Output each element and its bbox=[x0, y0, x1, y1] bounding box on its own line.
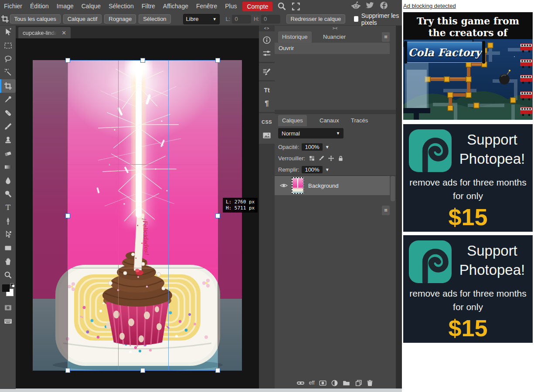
layer-visibility-icon[interactable] bbox=[280, 182, 288, 189]
delete-pixels-checkbox-row[interactable]: Supprimer les pixels bbox=[354, 12, 402, 26]
document-tab[interactable]: cupcake-linda ✕ bbox=[18, 27, 71, 38]
lock-pixels-icon[interactable] bbox=[318, 155, 325, 162]
character-panel-icon[interactable]: Tt bbox=[259, 83, 275, 97]
hand-tool-icon[interactable] bbox=[0, 255, 16, 268]
menu-item-fichier[interactable]: Fichier bbox=[1, 0, 25, 13]
adblock-notice-link[interactable]: Ad blocking detected bbox=[403, 3, 456, 9]
collapse-panel-icon[interactable]: >< bbox=[275, 25, 396, 31]
adjustment-icon[interactable] bbox=[331, 379, 338, 387]
reddit-icon[interactable] bbox=[351, 1, 361, 12]
tab-historique[interactable]: Historique bbox=[278, 31, 312, 43]
lock-all-icon[interactable] bbox=[337, 155, 344, 162]
menu-item-calque[interactable]: Calque bbox=[78, 0, 104, 13]
layer-row-background[interactable]: Background bbox=[275, 176, 390, 195]
folder-icon[interactable] bbox=[343, 379, 350, 387]
menu-item-affichage[interactable]: Affichage bbox=[160, 0, 191, 13]
lock-position-icon[interactable] bbox=[328, 155, 334, 162]
gradient-tool-icon[interactable] bbox=[0, 160, 16, 174]
crop-handle-ne[interactable] bbox=[215, 58, 220, 63]
color-swatches[interactable] bbox=[0, 282, 16, 301]
brush-settings-panel-icon[interactable] bbox=[259, 65, 275, 78]
path-select-tool-icon[interactable] bbox=[0, 228, 16, 241]
tab-canaux[interactable]: Canaux bbox=[316, 115, 343, 126]
menu-item-fenetre[interactable]: Fenêtre bbox=[193, 0, 220, 13]
crop-handle-e[interactable] bbox=[215, 213, 220, 218]
history-entry-ouvrir[interactable]: Ouvrir bbox=[275, 43, 390, 54]
lock-transparency-icon[interactable] bbox=[309, 155, 315, 162]
pen-tool-icon[interactable] bbox=[0, 214, 16, 228]
menu-item-edition[interactable]: Édition bbox=[27, 0, 52, 13]
support-ad-2[interactable]: Support Photopea! remove ads for three m… bbox=[403, 235, 533, 343]
crop-handle-sw[interactable] bbox=[65, 368, 70, 373]
facebook-icon[interactable] bbox=[379, 1, 388, 12]
eyedropper-tool-icon[interactable] bbox=[0, 93, 16, 106]
magic-wand-tool-icon[interactable] bbox=[0, 66, 16, 79]
crop-tool-icon[interactable] bbox=[0, 79, 16, 93]
keyboard-tool-icon[interactable] bbox=[0, 314, 16, 328]
link-icon[interactable] bbox=[297, 379, 304, 387]
tab-close-icon[interactable]: ✕ bbox=[61, 30, 66, 36]
menu-item-plus[interactable]: Plus bbox=[222, 0, 240, 13]
account-button[interactable]: Compte bbox=[242, 2, 272, 11]
delete-icon[interactable] bbox=[366, 379, 374, 387]
crop-handle-nw[interactable] bbox=[65, 58, 70, 63]
history-menu-icon[interactable]: ≡ bbox=[382, 32, 390, 42]
clone-stamp-tool-icon[interactable] bbox=[0, 133, 16, 147]
dodge-tool-icon[interactable] bbox=[0, 187, 16, 201]
move-tool-icon[interactable] bbox=[0, 25, 16, 39]
width-input[interactable]: 0 bbox=[232, 15, 251, 24]
info-panel-icon[interactable] bbox=[259, 33, 275, 47]
eraser-tool-icon[interactable] bbox=[0, 147, 16, 160]
straighten-layer-button[interactable]: Redresser le calque bbox=[286, 14, 346, 24]
collapse-strip-icon[interactable]: <> bbox=[259, 25, 275, 31]
menu-item-filtre[interactable]: Filtre bbox=[139, 0, 158, 13]
game-ad[interactable]: Try this game from the creators of Photo… bbox=[403, 12, 533, 120]
crop-mode-button[interactable]: Rognage bbox=[104, 14, 136, 24]
fill-slider-icon[interactable]: ▼ bbox=[325, 167, 330, 172]
menu-item-selection[interactable]: Sélection bbox=[105, 0, 137, 13]
fill-value[interactable]: 100% bbox=[302, 166, 322, 173]
menu-item-image[interactable]: Image bbox=[54, 0, 77, 13]
tab-calques[interactable]: Calques bbox=[278, 115, 307, 126]
paragraph-panel-icon[interactable]: ¶ bbox=[259, 97, 275, 110]
twitter-icon[interactable] bbox=[365, 1, 374, 12]
crop-ratio-select[interactable]: Libre ▼ bbox=[183, 14, 220, 24]
horizontal-scrollbar[interactable] bbox=[0, 389, 402, 392]
layer-thumbnail[interactable] bbox=[293, 178, 303, 193]
tab-nuancier[interactable]: Nuancier bbox=[319, 31, 350, 43]
search-icon[interactable] bbox=[277, 2, 286, 11]
delete-pixels-checkbox[interactable] bbox=[354, 16, 358, 22]
foreground-color-swatch[interactable] bbox=[2, 284, 10, 292]
shape-tool-icon[interactable] bbox=[0, 241, 16, 255]
marquee-tool-icon[interactable] bbox=[0, 39, 16, 52]
brush-tool-icon[interactable] bbox=[0, 120, 16, 133]
crop-frame[interactable] bbox=[68, 60, 218, 371]
support-ad-1[interactable]: Support Photopea! remove ads for three m… bbox=[403, 124, 533, 232]
opacity-slider-icon[interactable]: ▼ bbox=[325, 145, 330, 149]
crop-handle-n[interactable] bbox=[140, 58, 145, 63]
image-panel-icon[interactable] bbox=[259, 128, 275, 142]
tab-traces[interactable]: Tracés bbox=[347, 115, 372, 126]
crop-handle-w[interactable] bbox=[65, 213, 70, 218]
new-layer-icon[interactable] bbox=[354, 379, 362, 387]
adjustments-panel-icon[interactable] bbox=[259, 47, 275, 60]
spot-heal-tool-icon[interactable] bbox=[0, 106, 16, 120]
type-tool-icon[interactable]: T bbox=[0, 201, 16, 214]
css-panel-icon[interactable]: CSS bbox=[259, 115, 275, 128]
quick-mask-tool-icon[interactable] bbox=[0, 301, 16, 314]
blend-mode-select[interactable]: Normal ▼ bbox=[278, 128, 344, 139]
layers-menu-icon[interactable]: ≡ bbox=[382, 206, 390, 215]
lasso-tool-icon[interactable] bbox=[0, 52, 16, 66]
crop-mode-button[interactable]: Tous les calques bbox=[10, 14, 61, 24]
mask-icon[interactable] bbox=[319, 379, 327, 387]
crop-mode-button[interactable]: Sélection bbox=[139, 14, 170, 24]
crop-handle-s[interactable] bbox=[140, 368, 145, 373]
fullscreen-icon[interactable] bbox=[291, 2, 300, 11]
crop-handle-se[interactable] bbox=[215, 368, 220, 373]
crop-mode-button[interactable]: Calque actif bbox=[63, 14, 102, 24]
canvas-area[interactable]: cupcake-linda ✕ bbox=[16, 25, 259, 389]
opacity-value[interactable]: 100% bbox=[302, 143, 322, 151]
layers-scrollbar[interactable] bbox=[391, 176, 395, 201]
height-input[interactable]: 0 bbox=[261, 15, 280, 24]
zoom-tool-icon[interactable] bbox=[0, 268, 16, 282]
